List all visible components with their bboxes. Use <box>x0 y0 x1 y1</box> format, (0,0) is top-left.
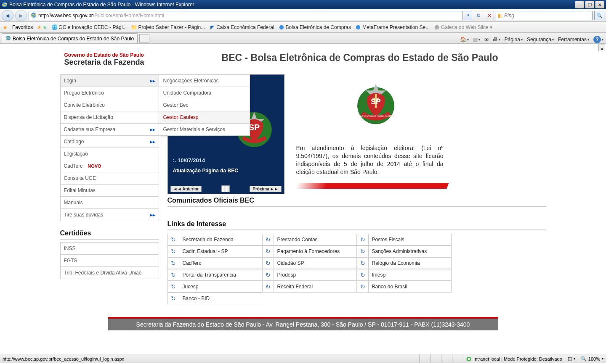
address-bar[interactable]: http://www.bec.sp.gov.br/Publico/Aspx/Ho… <box>29 11 463 20</box>
link-pagamento-fornecedores[interactable]: ↻Pagamento à Fornecedores <box>262 245 357 257</box>
link-label: Jucesp <box>179 281 262 293</box>
zoom-level[interactable]: 🔍 100% ▾ <box>578 354 606 363</box>
main-menu: Login▸▸Pregão EletrônicoConvite Eletrôni… <box>60 74 159 221</box>
link-jucesp[interactable]: ↻Jucesp <box>167 281 262 293</box>
status-bar: http://www.bec.sp.gov.br/bec_acesso_ui/l… <box>0 354 606 363</box>
ie-small-icon <box>355 24 361 30</box>
back-button[interactable]: ◄ <box>2 10 13 21</box>
fav-item-0[interactable]: 🌐GC e Inovação CEDC - Pági... <box>51 24 127 30</box>
link-imesp[interactable]: ↻Imesp <box>357 269 452 281</box>
link-cadterc[interactable]: ↻CadTerc <box>167 257 262 269</box>
search-button[interactable]: 🔍 <box>594 11 604 20</box>
fav-item-4[interactable]: MetaFrame Presentation Se... <box>355 24 430 30</box>
safety-menu[interactable]: Segurança ▾ <box>527 37 554 42</box>
menu-item-consulta-uge[interactable]: Consulta UGE <box>61 172 159 185</box>
submenu-item-unidade-compradora[interactable]: Unidade Compradora <box>159 87 250 99</box>
link-prestando-contas[interactable]: ↻Prestando Contas <box>262 234 357 245</box>
cert-item-trib-federais-e-d-vida-ativa-uni-o[interactable]: Trib. Federais e Dívida Ativa União <box>61 267 159 279</box>
print-icon[interactable]: 🖶▾ <box>493 37 500 42</box>
menu-item-cadterc[interactable]: CadTercNOVO <box>61 160 159 172</box>
menu-item-preg-o-eletr-nico[interactable]: Pregão Eletrônico <box>61 87 159 99</box>
link-postos-fiscais[interactable]: ↻Postos Fiscais <box>357 234 452 245</box>
svg-text:SP: SP <box>248 123 259 132</box>
link-banco-bid[interactable]: ↻Banco - BID <box>167 293 262 304</box>
menu-item-tire-suas-d-vidas[interactable]: Tire suas dúvidas▸▸ <box>61 209 159 221</box>
arrow-right-icon: ▸▸ <box>150 127 155 132</box>
scroll-up-button[interactable]: ▴ <box>598 45 605 51</box>
refresh-button[interactable]: ↻ <box>474 11 483 20</box>
news-pause-button[interactable]: ▌▌ <box>221 185 230 192</box>
certidoes-heading: Certidões <box>60 229 159 240</box>
fav-item-5[interactable]: Galeria do Web Slice ▾ <box>434 24 492 30</box>
menu-item-dispensa-de-licita-o[interactable]: Dispensa de Licitação <box>61 111 159 124</box>
news-date: :. 10/07/2014 <box>173 157 205 164</box>
arrow-right-icon: ▸▸ <box>150 78 155 84</box>
refresh-icon: ↻ <box>167 234 179 245</box>
menu-item-cat-logo[interactable]: Catálogo▸▸ <box>61 136 159 148</box>
forward-button[interactable]: ► <box>15 10 27 21</box>
links-grid: ↻Secretaria da Fazenda↻Prestando Contas↻… <box>167 234 546 304</box>
close-button[interactable]: ✕ <box>595 1 604 8</box>
login-submenu: Negociações EletrônicasUnidade Comprador… <box>159 74 250 136</box>
status-sep4 <box>452 354 463 363</box>
submenu-item-gestor-caufesp[interactable]: Gestor Caufesp <box>159 111 250 124</box>
menu-item-manuais[interactable]: Manuais <box>61 197 159 209</box>
menu-item-login[interactable]: Login▸▸ <box>61 75 159 87</box>
link-label: CadTerc <box>179 257 262 269</box>
refresh-icon: ↻ <box>357 257 369 269</box>
feeds-icon[interactable]: ▦▾ <box>473 37 480 42</box>
link-san-es-administrativas[interactable]: ↻Sanções Administrativas <box>357 245 452 257</box>
favorites-label[interactable]: Favoritos <box>12 24 33 30</box>
menu-item-convite-eletr-nico[interactable]: Convite Eletrônico <box>61 99 159 111</box>
certidoes-menu: INSSFGTSTrib. Federais e Dívida Ativa Un… <box>60 242 159 279</box>
favorites-add-icon[interactable]: ★★ <box>37 24 47 30</box>
menu-item-legisla-o[interactable]: Legislação <box>61 148 159 160</box>
menu-item-cadastre-sua-empresa[interactable]: Cadastre sua Empresa▸▸ <box>61 124 159 136</box>
address-dropdown[interactable]: ▼ <box>465 11 472 20</box>
news-next-button[interactable]: Próxima ►► <box>250 186 281 192</box>
home-icon[interactable]: 🏠▾ <box>460 37 469 42</box>
menu-item-edital-minutas[interactable]: Edital Minutas <box>61 185 159 197</box>
help-button[interactable]: ?▾ <box>593 36 603 43</box>
link-secretaria-da-fazenda[interactable]: ↻Secretaria da Fazenda <box>167 234 262 245</box>
link-receita-federal[interactable]: ↻Receita Federal <box>262 281 357 293</box>
submenu-item-negocia-es-eletr-nicas[interactable]: Negociações Eletrônicas <box>159 75 250 87</box>
cert-item-fgts[interactable]: FGTS <box>61 255 159 267</box>
favorites-bar: ★ Favoritos ★★ 🌐GC e Inovação CEDC - Pág… <box>0 22 606 33</box>
maximize-button[interactable]: ❐ <box>585 1 594 8</box>
cert-item-inss[interactable]: INSS <box>61 243 159 255</box>
favorites-star-icon[interactable]: ★ <box>3 24 8 31</box>
fav-item-1[interactable]: 📁Projeto Saber Fazer - Págin... <box>131 24 205 30</box>
link-label: Postos Fiscais <box>369 234 452 245</box>
nav-bar: ◄ ► http://www.bec.sp.gov.br/Publico/Asp… <box>0 9 606 22</box>
link-portal-da-transpar-ncia[interactable]: ↻Portal da Transparência <box>167 269 262 281</box>
shield-grid-icon: ◫ <box>568 356 572 361</box>
logo-line2: Secretaria da Fazenda <box>64 58 157 67</box>
read-mail-icon[interactable]: ✉ <box>484 37 489 42</box>
link-cidad-o-sp[interactable]: ↻Cidadão SP <box>262 257 357 269</box>
page-menu[interactable]: Página ▾ <box>505 37 523 42</box>
fav-item-2[interactable]: ◤Caixa Econômica Federal <box>209 24 274 30</box>
link-banco-do-brasil[interactable]: ↻Banco do Brasil <box>357 281 452 293</box>
minimize-button[interactable]: _ <box>575 1 584 8</box>
tools-menu[interactable]: Ferramentas ▾ <box>558 37 589 42</box>
stop-button[interactable]: ✕ <box>485 11 494 20</box>
refresh-icon: ↻ <box>262 269 274 281</box>
link-prodesp[interactable]: ↻Prodesp <box>262 269 357 281</box>
refresh-icon: ↻ <box>167 257 179 269</box>
svg-point-4 <box>279 25 283 29</box>
status-protected-mode-icon[interactable]: ◫▾ <box>565 354 578 363</box>
browser-tab[interactable]: Bolsa Eletrônica de Compras do Estado de… <box>2 33 138 43</box>
submenu-item-gestor-bec[interactable]: Gestor Bec <box>159 99 250 111</box>
search-box[interactable]: ◧ Bing <box>496 11 593 20</box>
link-label: Prestando Contas <box>274 234 357 245</box>
new-tab-button[interactable] <box>139 34 149 42</box>
link-cadin-estadual-sp[interactable]: ↻Cadin Estadual - SP <box>167 245 262 257</box>
link-rel-gio-da-economia[interactable]: ↻Relógio da Economia <box>357 257 452 269</box>
news-prev-button[interactable]: ◄◄ Anterior <box>170 186 202 192</box>
fav-item-3[interactable]: Bolsa Eletrônica de Compras <box>279 24 351 30</box>
link-label: Secretaria da Fazenda <box>179 234 262 245</box>
refresh-icon: ↻ <box>262 234 274 245</box>
submenu-item-gestor-materiais-e-servi-os[interactable]: Gestor Materiais e Serviços <box>159 124 250 135</box>
ie-small-icon <box>434 24 440 30</box>
